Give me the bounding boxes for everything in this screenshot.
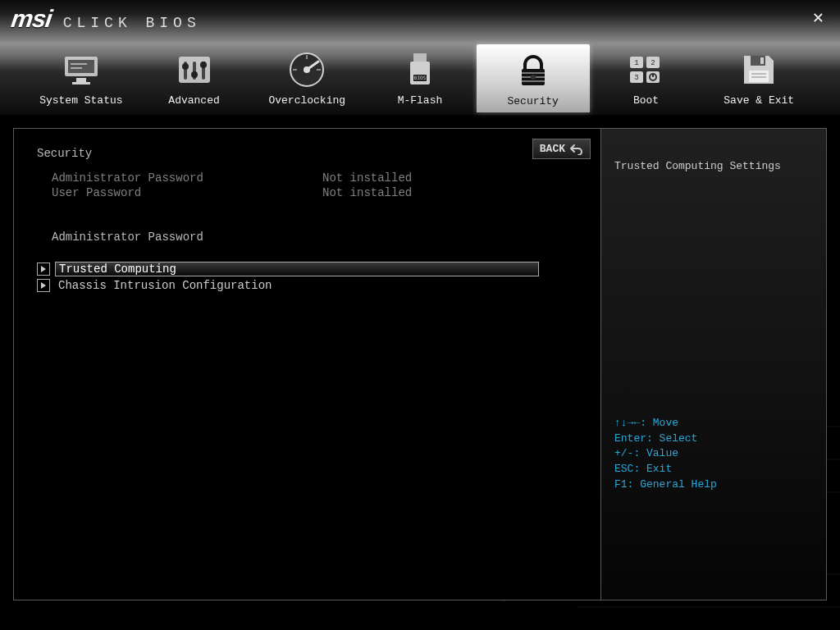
svg-rect-45 [760, 57, 764, 64]
gauge-icon [284, 48, 330, 91]
header: msi CLICK BIOS ✕ System Status Advanced … [0, 0, 840, 115]
info-key: Administrator Password [52, 171, 322, 185]
svg-point-22 [304, 66, 310, 73]
brand-row: msi CLICK BIOS ✕ [0, 0, 840, 33]
main-tabs: System Status Advanced Overclocking BIOS… [0, 33, 840, 115]
section-title: Security [37, 147, 578, 160]
help-sidebar: Trusted Computing Settings ↑↓→←: Move En… [600, 129, 826, 600]
svg-text:2: 2 [651, 59, 655, 67]
keypad-icon: 1 2 3 [623, 48, 669, 91]
svg-rect-12 [72, 82, 90, 84]
lock-icon [510, 49, 556, 92]
svg-point-34 [531, 75, 536, 80]
tab-overclocking[interactable]: Overclocking [250, 43, 363, 112]
tab-label: System Status [39, 94, 122, 107]
tab-label: M-Flash [398, 94, 443, 107]
info-value: Not installed [322, 186, 412, 199]
tab-m-flash[interactable]: BIOS M-Flash [363, 43, 477, 112]
svg-point-17 [182, 63, 189, 70]
tab-advanced[interactable]: Advanced [138, 43, 251, 112]
info-key: User Password [52, 186, 322, 199]
svg-rect-11 [76, 78, 86, 82]
submenu-arrow-icon [37, 262, 50, 276]
product-title: CLICK BIOS [63, 15, 201, 31]
svg-rect-46 [749, 71, 769, 82]
svg-text:1: 1 [635, 59, 639, 67]
tab-label: Security [508, 95, 559, 107]
svg-point-19 [200, 62, 207, 68]
svg-marker-50 [41, 282, 46, 289]
help-title: Trusted Computing Settings [614, 160, 813, 172]
svg-point-18 [191, 71, 198, 78]
svg-text:BIOS: BIOS [414, 75, 427, 80]
submenu-trusted-computing[interactable]: Trusted Computing [37, 262, 578, 276]
info-value: Not installed [322, 171, 412, 185]
tab-label: Boot [633, 94, 659, 107]
submenu-arrow-icon [37, 279, 50, 292]
tab-label: Save & Exit [724, 94, 794, 107]
help-shortcuts: ↑↓→←: Move Enter: Select +/-: Value ESC:… [614, 416, 813, 493]
svg-rect-33 [522, 80, 545, 82]
svg-rect-26 [413, 53, 427, 62]
monitor-icon [58, 48, 104, 91]
undo-icon [570, 144, 583, 155]
floppy-icon [736, 48, 782, 91]
svg-rect-31 [522, 72, 545, 74]
submenu-label: Chassis Intrusion Configuration [55, 278, 578, 293]
info-row: Administrator PasswordNot installed [52, 171, 578, 185]
svg-rect-8 [68, 60, 94, 73]
tab-boot[interactable]: 1 2 3 Boot [590, 43, 703, 112]
tab-label: Advanced [168, 94, 219, 107]
back-button[interactable]: BACK [532, 139, 591, 159]
back-label: BACK [540, 143, 565, 155]
tab-label: Overclocking [268, 94, 345, 107]
main-panel: BACK Security Administrator PasswordNot … [14, 129, 600, 600]
tab-save-exit[interactable]: Save & Exit [702, 43, 815, 112]
brand-logo: msi CLICK BIOS [11, 5, 201, 33]
svg-marker-49 [41, 266, 46, 272]
sliders-icon [171, 48, 217, 91]
tab-system-status[interactable]: System Status [25, 43, 138, 112]
svg-text:3: 3 [635, 74, 639, 82]
info-row: User PasswordNot installed [52, 186, 578, 199]
action-administrator-password[interactable]: Administrator Password [52, 231, 578, 244]
submenu-chassis-intrusion-configuration[interactable]: Chassis Intrusion Configuration [37, 278, 578, 293]
tab-security[interactable]: Security [477, 44, 590, 112]
workspace: BACK Security Administrator PasswordNot … [13, 128, 827, 600]
submenu-label: Trusted Computing [55, 262, 539, 276]
usb-bios-icon: BIOS [397, 48, 443, 91]
msi-wordmark: msi [10, 5, 53, 33]
close-button[interactable]: ✕ [813, 7, 824, 29]
